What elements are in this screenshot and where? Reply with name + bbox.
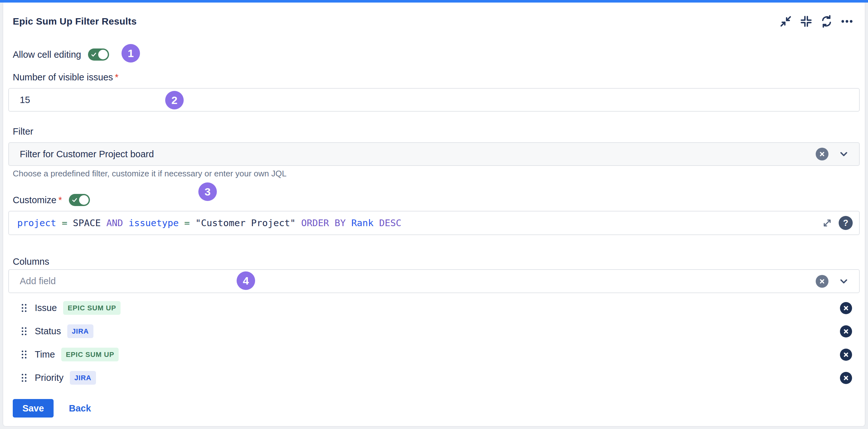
back-link[interactable]: Back — [69, 403, 91, 414]
visible-issues-value: 15 — [20, 95, 30, 105]
jql-token: ORDER BY — [296, 217, 351, 228]
filter-label: Filter — [13, 126, 860, 136]
annotation-badge-2: 2 — [165, 91, 184, 110]
check-icon — [71, 197, 78, 203]
field-label: Priority — [35, 372, 63, 383]
customize-toggle[interactable] — [69, 194, 90, 206]
contract-icon[interactable] — [799, 14, 813, 28]
customize-row: Customize * — [13, 194, 860, 206]
page-title: Epic Sum Up Filter Results — [13, 16, 137, 27]
field-row: Time EPIC SUM UP — [8, 343, 860, 366]
gadget-accent-bar — [0, 0, 868, 3]
customize-label: Customize — [13, 195, 57, 206]
jql-token: project — [17, 217, 56, 228]
add-field-placeholder: Add field — [20, 276, 816, 286]
gadget-header: Epic Sum Up Filter Results — [8, 3, 860, 29]
drag-handle-icon[interactable] — [22, 374, 27, 382]
chevron-down-icon[interactable] — [837, 147, 851, 161]
annotation-badge-1: 1 — [122, 44, 140, 63]
jql-token: issuetype — [128, 217, 179, 228]
toggle-knob — [79, 195, 89, 205]
field-label: Time — [35, 349, 55, 360]
drag-handle-icon[interactable] — [22, 350, 27, 359]
cell-editing-label: Allow cell editing — [13, 50, 81, 60]
remove-icon[interactable] — [840, 302, 852, 314]
columns-label: Columns — [13, 256, 860, 267]
field-source-badge: JIRA — [70, 371, 96, 385]
jql-token: Rank — [351, 217, 374, 228]
help-icon[interactable]: ? — [839, 216, 853, 230]
field-source-badge: JIRA — [67, 325, 93, 338]
jql-token: "Customer Project" — [195, 217, 296, 228]
jql-token: SPACE — [73, 217, 101, 228]
jql-token: = — [56, 217, 73, 228]
field-source-badge: EPIC SUM UP — [61, 348, 119, 361]
field-row: Issue EPIC SUM UP — [8, 296, 860, 319]
filter-selected-value: Filter for Customer Project board — [20, 149, 816, 159]
jql-expression: project = SPACE AND issuetype = "Custome… — [17, 217, 820, 228]
more-icon[interactable] — [840, 14, 854, 28]
clear-icon[interactable] — [816, 275, 829, 288]
annotation-badge-3: 3 — [198, 182, 217, 201]
form-actions: Save Back — [13, 399, 860, 418]
field-row: Status JIRA — [8, 319, 860, 343]
cell-editing-toggle[interactable] — [88, 49, 109, 61]
collapse-icon[interactable] — [779, 14, 793, 28]
required-asterisk: * — [115, 72, 118, 83]
required-asterisk: * — [58, 195, 62, 206]
columns-field-list: Issue EPIC SUM UP Status JIRA Time EPIC … — [8, 296, 860, 390]
remove-icon[interactable] — [840, 325, 852, 337]
drag-handle-icon[interactable] — [22, 304, 27, 312]
jql-token: DESC — [374, 217, 401, 228]
gadget-toolbar — [779, 14, 854, 28]
jql-token: AND — [101, 217, 128, 228]
filter-helper-text: Choose a predefined filter, customize it… — [13, 169, 860, 178]
field-source-badge: EPIC SUM UP — [63, 301, 121, 315]
jql-token: = — [179, 217, 195, 228]
expand-icon[interactable] — [820, 216, 834, 230]
check-icon — [91, 51, 97, 58]
remove-icon[interactable] — [840, 372, 852, 384]
refresh-icon[interactable] — [819, 14, 834, 28]
drag-handle-icon[interactable] — [22, 327, 27, 335]
field-label: Issue — [35, 303, 57, 313]
toggle-knob — [98, 50, 108, 59]
annotation-badge-4: 4 — [237, 271, 255, 290]
filter-select[interactable]: Filter for Customer Project board — [8, 142, 860, 166]
jql-editor[interactable]: project = SPACE AND issuetype = "Custome… — [8, 211, 860, 235]
save-button[interactable]: Save — [13, 399, 54, 418]
add-field-combobox[interactable]: Add field — [8, 269, 860, 293]
field-row: Priority JIRA — [8, 366, 860, 390]
gadget-config-panel: Epic Sum Up Filter Results — [3, 3, 865, 427]
chevron-down-icon[interactable] — [837, 274, 851, 288]
field-label: Status — [35, 326, 61, 337]
visible-issues-label: Number of visible issues * — [13, 72, 860, 82]
visible-issues-input[interactable]: 15 — [8, 88, 860, 112]
clear-icon[interactable] — [816, 148, 829, 160]
remove-icon[interactable] — [840, 348, 852, 361]
